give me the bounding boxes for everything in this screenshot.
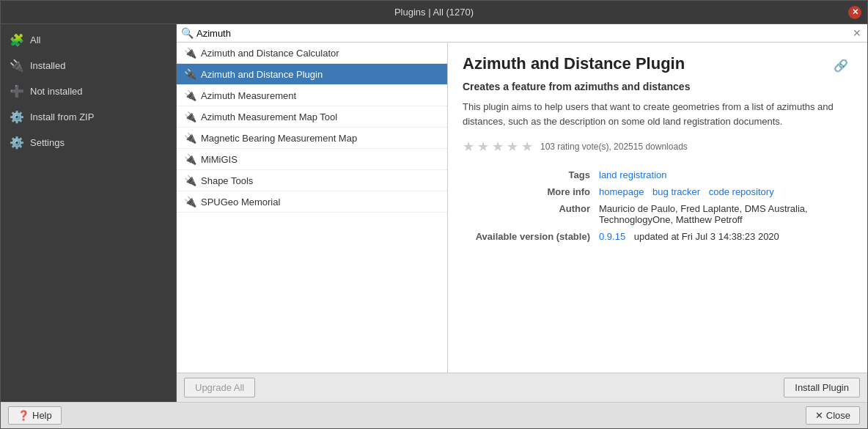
plugin-icon: 🔌 [184, 196, 196, 208]
sidebar-item-settings[interactable]: ⚙️ Settings [1, 130, 176, 155]
list-item[interactable]: 🔌 SPUGeo Memorial [177, 191, 447, 213]
homepage-link[interactable]: homepage [599, 186, 644, 197]
version-value: 0.9.15 updated at Fri Jul 3 14:38:23 202… [595, 228, 853, 245]
install-zip-icon: ⚙️ [10, 110, 24, 124]
plugin-icon: 🔌 [184, 175, 196, 186]
more-info-row: More info homepage bug tracker code repo… [463, 183, 853, 200]
list-item[interactable]: 🔌 Azimuth and Distance Plugin [177, 64, 447, 85]
main-window: Plugins | All (1270) ✕ 🧩 All 🔌 Installed… [0, 0, 868, 429]
list-item[interactable]: 🔌 Shape Tools [177, 170, 447, 191]
rating-text: 103 rating vote(s), 202515 downloads [540, 142, 688, 152]
list-item[interactable]: 🔌 Azimuth Measurement [177, 85, 447, 106]
more-info-label: More info [463, 183, 595, 200]
right-panel: 🔍 ✕ 🔌 Azimuth and Distance Calculator 🔌 … [177, 24, 867, 402]
plugin-icon: 🔌 [184, 68, 196, 80]
search-bar: 🔍 ✕ [177, 24, 867, 43]
plugin-icon: 🔌 [184, 89, 196, 101]
upgrade-all-button[interactable]: Upgrade All [184, 378, 255, 397]
window-close-button[interactable]: ✕ [848, 6, 861, 19]
footer-bar: ❓ Help ✕ Close [1, 402, 867, 428]
plugin-item-label: Azimuth Measurement [201, 90, 296, 101]
tag-land-registration-link[interactable]: land registration [599, 169, 667, 180]
sidebar-label-installed: Installed [30, 60, 65, 71]
sidebar-item-not-installed[interactable]: ➕ Not installed [1, 78, 176, 104]
plugin-item-label: Shape Tools [201, 175, 253, 186]
close-button[interactable]: ✕ Close [806, 406, 860, 425]
plugin-list: 🔌 Azimuth and Distance Calculator 🔌 Azim… [177, 43, 448, 373]
plugin-item-label: SPUGeo Memorial [201, 197, 280, 208]
search-input[interactable] [196, 28, 848, 39]
search-icon: 🔍 [181, 27, 194, 39]
list-item[interactable]: 🔌 Azimuth and Distance Calculator [177, 43, 447, 64]
pin-icon[interactable]: 🔗 [834, 59, 848, 73]
star-2: ★ [477, 139, 489, 155]
sidebar-item-install-zip[interactable]: ⚙️ Install from ZIP [1, 104, 176, 130]
sidebar-label-install-zip: Install from ZIP [30, 111, 94, 122]
window-title: Plugins | All (1270) [394, 7, 474, 18]
code-repository-link[interactable]: code repository [709, 186, 774, 197]
tags-value: land registration [595, 166, 853, 183]
plugin-detail: Azimuth and Distance Plugin 🔗 Creates a … [448, 43, 867, 373]
sidebar-item-installed[interactable]: 🔌 Installed [1, 53, 176, 78]
version-link[interactable]: 0.9.15 [599, 231, 625, 242]
plugin-icon: 🔌 [184, 47, 196, 59]
version-updated: updated at Fri Jul 3 14:38:23 2020 [634, 231, 779, 242]
close-label: Close [826, 410, 850, 421]
star-4: ★ [507, 139, 518, 155]
install-plugin-button[interactable]: Install Plugin [784, 378, 860, 397]
plugin-icon: 🔌 [184, 132, 196, 144]
author-value: Mauricio de Paulo, Fred Laplante, DMS Au… [595, 200, 853, 228]
sidebar-label-all: All [30, 34, 40, 45]
version-row: Available version (stable) 0.9.15 update… [463, 228, 853, 245]
bug-tracker-link[interactable]: bug tracker [652, 186, 700, 197]
plugin-item-label: MiMiGIS [201, 154, 238, 165]
panel-body: 🔌 Azimuth and Distance Calculator 🔌 Azim… [177, 43, 867, 373]
stars-row: ★ ★ ★ ★ ★ 103 rating vote(s), 202515 dow… [463, 139, 853, 155]
help-button[interactable]: ❓ Help [8, 406, 62, 425]
star-1: ★ [463, 139, 474, 155]
star-3: ★ [492, 139, 504, 155]
title-bar: Plugins | All (1270) ✕ [1, 1, 867, 24]
all-icon: 🧩 [10, 33, 24, 47]
plugin-detail-description: This plugin aims to help users that want… [463, 100, 853, 128]
tags-label: Tags [463, 166, 595, 183]
plugin-icon: 🔌 [184, 153, 196, 165]
plugin-icon: 🔌 [184, 111, 196, 122]
author-label: Author [463, 200, 595, 228]
installed-icon: 🔌 [10, 59, 24, 73]
list-item[interactable]: 🔌 MiMiGIS [177, 149, 447, 170]
sidebar: 🧩 All 🔌 Installed ➕ Not installed ⚙️ Ins… [1, 24, 177, 402]
main-content: 🧩 All 🔌 Installed ➕ Not installed ⚙️ Ins… [1, 24, 867, 402]
list-item[interactable]: 🔌 Magnetic Bearing Measurement Map [177, 128, 447, 149]
plugin-detail-title: Azimuth and Distance Plugin [463, 54, 853, 73]
bottom-action-bar: Upgrade All Install Plugin [177, 373, 867, 402]
author-row: Author Mauricio de Paulo, Fred Laplante,… [463, 200, 853, 228]
not-installed-icon: ➕ [10, 84, 24, 98]
sidebar-label-not-installed: Not installed [30, 86, 83, 97]
plugin-item-label: Azimuth and Distance Calculator [201, 48, 339, 59]
meta-table: Tags land registration More info homepag… [463, 166, 853, 245]
tags-row: Tags land registration [463, 166, 853, 183]
plugin-item-label: Azimuth and Distance Plugin [201, 69, 323, 80]
version-label: Available version (stable) [463, 228, 595, 245]
detail-header: Azimuth and Distance Plugin 🔗 [463, 54, 853, 73]
help-label: Help [32, 410, 52, 421]
close-icon: ✕ [815, 410, 823, 421]
star-5: ★ [521, 139, 533, 155]
settings-icon: ⚙️ [10, 136, 24, 150]
sidebar-label-settings: Settings [30, 137, 65, 148]
more-info-value: homepage bug tracker code repository [595, 183, 853, 200]
sidebar-item-all[interactable]: 🧩 All [1, 27, 176, 53]
search-clear-button[interactable]: ✕ [851, 27, 863, 39]
plugin-detail-subtitle: Creates a feature from azimuths and dist… [463, 81, 853, 92]
plugin-item-label: Azimuth Measurement Map Tool [201, 111, 337, 122]
list-item[interactable]: 🔌 Azimuth Measurement Map Tool [177, 106, 447, 128]
help-icon: ❓ [18, 410, 29, 421]
plugin-item-label: Magnetic Bearing Measurement Map [201, 133, 357, 144]
